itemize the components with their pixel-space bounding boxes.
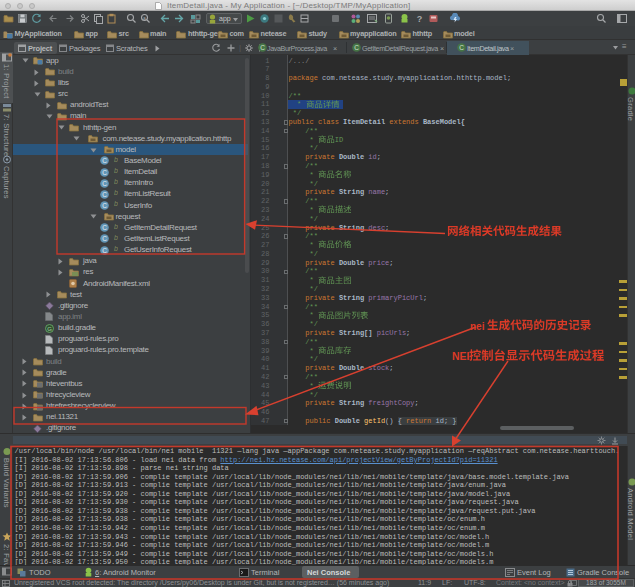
svg-text:G: G [47,326,52,332]
svg-text:C: C [102,236,107,243]
svg-text:C: C [102,180,107,187]
svg-text:C: C [354,44,359,51]
svg-text:?: ? [417,14,423,24]
svg-text:C: C [102,158,107,165]
svg-text:C: C [102,202,107,209]
svg-text:C: C [102,169,107,176]
svg-text:C: C [102,191,107,198]
svg-text:C: C [102,224,107,231]
svg-text:a: a [143,14,146,20]
svg-text:C: C [260,44,265,51]
svg-text:C: C [102,247,107,254]
svg-text:C: C [459,44,464,51]
